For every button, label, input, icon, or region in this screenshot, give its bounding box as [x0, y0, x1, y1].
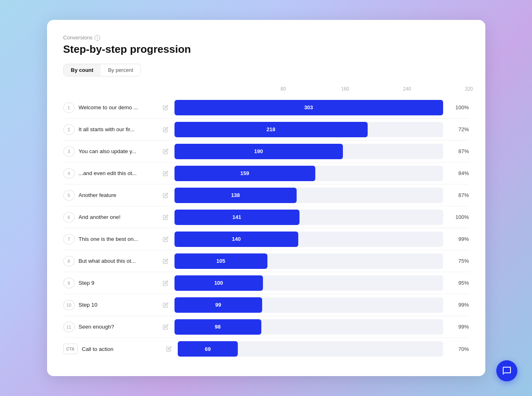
- edit-icon[interactable]: [160, 324, 171, 330]
- edit-icon[interactable]: [163, 346, 174, 352]
- conversions-label: Conversions i: [63, 35, 469, 41]
- row-label: Step 10: [79, 302, 160, 308]
- bar-value: 100: [214, 280, 223, 286]
- bar-fill: 190: [174, 144, 343, 159]
- table-row: 10Step 109999%: [63, 294, 469, 316]
- percent-label: 87%: [447, 192, 469, 198]
- rows-container: 1Welcome to our demo ...303100%2It all s…: [63, 97, 469, 360]
- bar-fill: 100: [174, 275, 263, 291]
- bar-value: 105: [216, 258, 225, 264]
- axis-labels: 80 160 240 320: [222, 86, 469, 93]
- edit-icon[interactable]: [160, 236, 171, 242]
- bar-value: 218: [267, 126, 276, 132]
- bar-container: 141: [174, 210, 443, 225]
- bar-value: 98: [215, 324, 220, 330]
- table-row: 2It all starts with our fir...21872%: [63, 119, 469, 141]
- percent-label: 70%: [447, 346, 469, 352]
- row-number: 2: [63, 124, 75, 135]
- table-row: 3You can also update y...19087%: [63, 141, 469, 162]
- bar-value: 190: [254, 148, 263, 154]
- chat-button[interactable]: [496, 360, 517, 381]
- row-label: ...and even edit this ot...: [79, 170, 160, 176]
- bar-container: 99: [174, 297, 443, 313]
- row-number: CTA: [63, 344, 78, 354]
- table-row: 6And another one!141100%: [63, 206, 469, 228]
- percent-label: 87%: [447, 148, 469, 154]
- edit-icon[interactable]: [160, 302, 171, 308]
- axis-label-160: 160: [341, 86, 349, 92]
- axis-label-320: 320: [465, 86, 473, 92]
- tabs-container: By count By percent: [63, 64, 141, 76]
- bar-container: 100: [174, 275, 443, 291]
- bar-fill: 98: [174, 319, 261, 335]
- bar-container: 105: [174, 253, 443, 269]
- row-label: And another one!: [79, 214, 160, 220]
- row-number: 7: [63, 234, 75, 245]
- bar-fill: 303: [174, 100, 443, 115]
- bar-fill: 138: [174, 188, 297, 203]
- conversions-text: Conversions: [63, 35, 93, 41]
- bar-fill: 105: [174, 253, 267, 269]
- percent-label: 99%: [447, 236, 469, 242]
- bar-container: 190: [174, 144, 443, 159]
- row-number: 8: [63, 256, 75, 266]
- bar-fill: 218: [174, 122, 368, 137]
- percent-label: 99%: [447, 324, 469, 330]
- row-number: 10: [63, 300, 75, 310]
- bar-value: 99: [215, 302, 221, 308]
- edit-icon[interactable]: [160, 280, 171, 286]
- main-card: Conversions i Step-by-step progression B…: [47, 20, 485, 376]
- row-label: You can also update y...: [79, 148, 160, 154]
- bar-value: 141: [233, 214, 241, 220]
- bar-fill: 69: [178, 341, 238, 357]
- tab-by-percent[interactable]: By percent: [101, 64, 140, 76]
- percent-label: 72%: [447, 126, 469, 132]
- axis-label-240: 240: [403, 86, 411, 92]
- table-row: 1Welcome to our demo ...303100%: [63, 97, 469, 119]
- row-number: 4: [63, 168, 75, 179]
- table-row: 7This one is the best on...14099%: [63, 228, 469, 250]
- percent-label: 100%: [447, 104, 469, 110]
- table-row: 11Seen enough?9899%: [63, 316, 469, 338]
- edit-icon[interactable]: [160, 258, 171, 264]
- bar-container: 303: [174, 100, 443, 115]
- row-number: 3: [63, 146, 75, 157]
- table-row: 5Another feature13887%: [63, 184, 469, 206]
- percent-label: 75%: [447, 258, 469, 264]
- row-label: This one is the best on...: [79, 236, 160, 242]
- bar-value: 303: [304, 104, 313, 110]
- info-icon[interactable]: i: [95, 35, 100, 41]
- tab-by-count[interactable]: By count: [64, 64, 101, 76]
- bar-fill: 140: [174, 232, 299, 247]
- edit-icon[interactable]: [160, 127, 171, 132]
- bar-container: 98: [174, 319, 443, 335]
- row-number: 9: [63, 278, 75, 288]
- edit-icon[interactable]: [160, 105, 171, 110]
- percent-label: 99%: [447, 302, 469, 308]
- bar-container: 138: [174, 188, 443, 203]
- row-label: It all starts with our fir...: [79, 126, 160, 132]
- bar-container: 218: [174, 122, 443, 137]
- bar-fill: 99: [174, 297, 262, 313]
- row-label: Step 9: [79, 280, 160, 286]
- bar-container: 140: [174, 232, 443, 247]
- bar-value: 138: [231, 192, 240, 198]
- bar-fill: 159: [174, 166, 315, 181]
- bar-value: 69: [205, 346, 211, 352]
- bar-value: 140: [232, 236, 241, 242]
- edit-icon[interactable]: [160, 193, 171, 198]
- edit-icon[interactable]: [160, 149, 171, 154]
- row-number: 11: [63, 322, 75, 332]
- row-label: Another feature: [79, 192, 160, 198]
- edit-icon[interactable]: [160, 214, 171, 220]
- table-row: 8But what about this ot...10575%: [63, 250, 469, 272]
- row-number: 6: [63, 212, 75, 223]
- table-row: 4...and even edit this ot...15984%: [63, 162, 469, 184]
- row-number: 5: [63, 190, 75, 201]
- bar-container: 159: [174, 166, 443, 181]
- row-number: 1: [63, 102, 75, 113]
- row-label: But what about this ot...: [79, 258, 160, 264]
- edit-icon[interactable]: [160, 171, 171, 176]
- bar-container: 69: [178, 341, 443, 357]
- bar-value: 159: [240, 170, 249, 176]
